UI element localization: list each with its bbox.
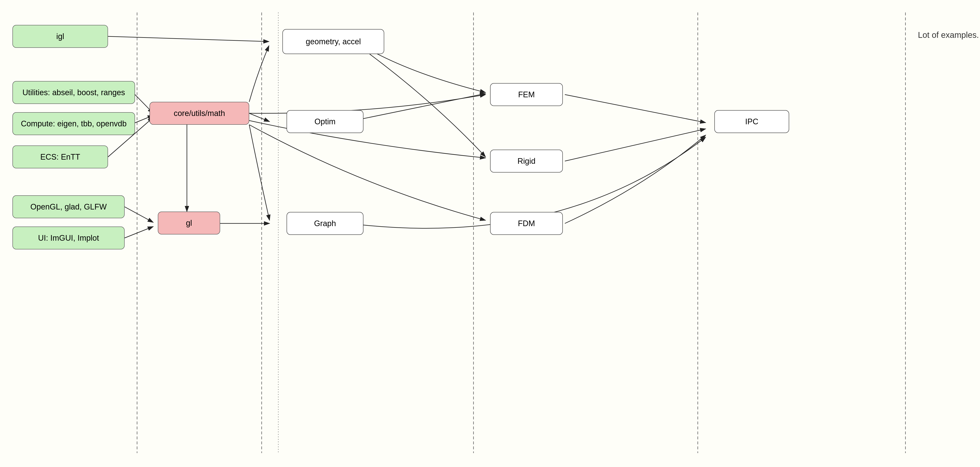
node-gl: gl: [158, 212, 220, 234]
node-ecs: ECS: EnTT: [13, 145, 108, 168]
arrows-svg: [0, 0, 980, 467]
node-rigid: Rigid: [490, 150, 563, 172]
node-fdm: FDM: [490, 212, 563, 235]
node-igl: igl: [13, 25, 108, 48]
node-ipc: IPC: [714, 110, 789, 133]
node-graph: Graph: [286, 212, 363, 235]
node-fem: FEM: [490, 83, 563, 106]
lot-of-examples-note: Lot of examples.: [918, 29, 979, 41]
node-geometry: geometry, accel: [282, 29, 384, 54]
diagram: igl Utilities: abseil, boost, ranges Com…: [0, 0, 980, 467]
node-optim: Optim: [286, 110, 363, 133]
node-ui: UI: ImGUI, Implot: [13, 226, 125, 249]
node-core: core/utils/math: [150, 102, 249, 125]
node-utilities: Utilities: abseil, boost, ranges: [13, 81, 135, 104]
node-opengl: OpenGL, glad, GLFW: [13, 195, 125, 218]
node-compute: Compute: eigen, tbb, openvdb: [13, 112, 135, 135]
